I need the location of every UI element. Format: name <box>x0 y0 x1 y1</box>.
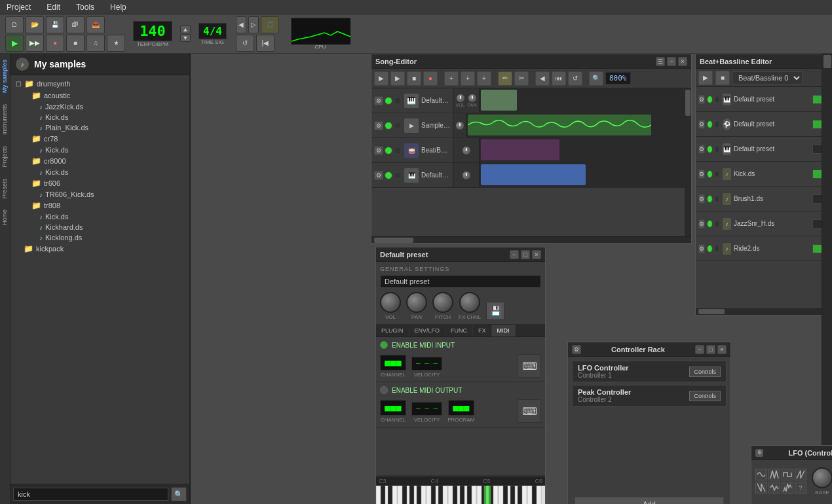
beat-track-settings-3[interactable]: ⚙ <box>698 145 705 154</box>
be-stop[interactable]: ■ <box>715 71 730 85</box>
track-settings[interactable]: ⚙ <box>374 96 383 105</box>
peak-controls-btn[interactable]: Controls <box>689 391 721 401</box>
list-item[interactable]: ♪ Kick.ds <box>13 145 187 155</box>
tab-plugin[interactable]: PLUGIN <box>376 325 409 336</box>
new-btn[interactable]: 🗋 <box>5 16 24 33</box>
se-add-auto[interactable]: + <box>477 71 491 86</box>
beat-track-settings[interactable]: ⚙ <box>698 95 705 104</box>
enable-midi-output-toggle[interactable] <box>380 386 388 394</box>
saveas-btn[interactable]: 🗊 <box>66 16 85 33</box>
menu-edit[interactable]: Edit <box>44 1 63 13</box>
se-loop[interactable]: ↺ <box>568 71 582 86</box>
tab-fx[interactable]: FX <box>473 325 492 336</box>
track-content-3[interactable] <box>480 138 691 162</box>
track-settings[interactable]: ⚙ <box>374 171 383 180</box>
beat-track-solo[interactable] <box>714 96 720 103</box>
list-item[interactable]: 📁 cr8000 <box>13 155 187 167</box>
master-vol-btn[interactable]: ◀ <box>236 16 246 33</box>
song-editor-scrollbar-v[interactable] <box>685 88 691 236</box>
sample-pattern[interactable] <box>468 115 651 135</box>
track-content-4[interactable] <box>480 163 691 187</box>
track-settings[interactable]: ⚙ <box>374 121 383 130</box>
lfo-shape-saw[interactable] <box>795 469 806 480</box>
rack-minimize[interactable]: − <box>695 345 704 354</box>
se-play[interactable]: ▶ <box>374 71 388 86</box>
menu-tools[interactable]: Tools <box>73 1 97 13</box>
lfo-shape-tri[interactable] <box>768 469 780 480</box>
se-rewind[interactable]: ⏮ <box>552 71 566 86</box>
song-editor-minimize[interactable]: − <box>667 57 676 66</box>
out-program-display[interactable]: ■■■ <box>448 400 474 416</box>
vol-knob-4[interactable] <box>462 171 471 180</box>
track-mute[interactable] <box>385 122 392 130</box>
beat-track-solo-5[interactable] <box>714 195 720 203</box>
add-controller-btn[interactable]: Add <box>575 497 724 504</box>
se-add-bb[interactable]: + <box>444 71 459 86</box>
se-play-pattern[interactable]: ▶ <box>390 71 405 86</box>
pan-knob[interactable] <box>468 94 477 103</box>
default-preset-maximize[interactable]: □ <box>521 250 530 259</box>
rack-maximize[interactable]: □ <box>706 345 715 354</box>
se-add-sample[interactable]: + <box>461 71 475 86</box>
list-item[interactable]: ♪ Kicklong.ds <box>13 232 187 243</box>
menu-project[interactable]: Project <box>4 1 33 13</box>
lfo-shape-custom[interactable] <box>782 482 793 494</box>
enable-midi-input-toggle[interactable] <box>380 341 388 349</box>
record-btn[interactable]: ● <box>46 35 64 52</box>
export-btn[interactable]: 📤 <box>86 16 105 33</box>
tempo-up[interactable]: ▲ <box>180 26 191 33</box>
beat-track-settings-2[interactable]: ⚙ <box>698 120 705 129</box>
midi-keyboard-icon-2[interactable]: ⌨ <box>518 399 541 423</box>
search-button[interactable]: 🔍 <box>171 487 187 501</box>
track-mute[interactable] <box>385 97 392 105</box>
se-erase[interactable]: ✂ <box>514 71 529 86</box>
tab-projects[interactable]: Projects <box>0 140 10 173</box>
lfo-shape-random[interactable] <box>768 482 780 494</box>
song-editor-close[interactable]: × <box>678 57 687 66</box>
track-solo[interactable] <box>394 171 402 179</box>
beat-track-mute-4[interactable] <box>707 170 713 178</box>
loop-btn[interactable]: ↺ <box>236 35 254 52</box>
tab-home[interactable]: Home <box>0 204 10 230</box>
list-item[interactable]: ♪ Kick.ds <box>13 167 187 177</box>
vol-knob-2[interactable] <box>455 121 464 130</box>
se-record[interactable]: ● <box>423 71 438 86</box>
beat-track-settings-4[interactable]: ⚙ <box>698 170 705 179</box>
lfo-base-knob[interactable] <box>812 467 832 488</box>
out-channel-display[interactable]: ■■■ <box>380 400 406 416</box>
list-item[interactable]: ♪ Plain_Kick.ds <box>13 122 187 133</box>
timeline-btn[interactable]: |◀ <box>256 35 274 52</box>
preset-vol-knob[interactable] <box>380 292 401 313</box>
list-item[interactable]: ♪ TR606_Kick.ds <box>13 189 187 200</box>
preset-fx-knob[interactable] <box>459 292 480 313</box>
save-btn[interactable]: 💾 <box>46 16 64 33</box>
vol-knob-3[interactable] <box>462 146 471 155</box>
list-item[interactable]: 📁 cr78 <box>13 133 187 145</box>
beat-track-mute[interactable] <box>707 96 713 103</box>
open-btn[interactable]: 📂 <box>26 16 44 33</box>
vol-knob[interactable] <box>456 94 465 103</box>
beat-track-solo-2[interactable] <box>714 120 720 128</box>
list-item[interactable]: ♪ Kick.ds <box>13 211 187 222</box>
track-solo[interactable] <box>394 147 402 154</box>
tempo-display[interactable]: 140 <box>133 21 172 41</box>
midi-keyboard-icon[interactable]: ⌨ <box>518 354 541 378</box>
beat-track-mute-3[interactable] <box>707 145 713 153</box>
song-editor-scrollbar-h[interactable] <box>371 236 691 243</box>
beat-track-settings-6[interactable]: ⚙ <box>698 219 705 228</box>
tab-instruments[interactable]: Instruments <box>0 98 10 140</box>
stop-btn[interactable]: ■ <box>66 35 85 52</box>
lfo-shape-sq[interactable] <box>782 469 793 480</box>
add-beat-btn[interactable]: ♫ <box>86 35 105 52</box>
menu-help[interactable]: Help <box>107 1 129 13</box>
se-zoom-in[interactable]: 🔍 <box>589 71 603 86</box>
workspace-scrollbar-v[interactable] <box>822 54 832 504</box>
beat-track-mute-7[interactable] <box>707 245 713 253</box>
default-preset-close[interactable]: × <box>532 250 541 259</box>
channel-display[interactable]: ■■■ <box>380 355 406 370</box>
beat-editor-scrollbar-h[interactable] <box>696 308 832 315</box>
beat-preset-select[interactable]: Beat/Bassline 0 <box>732 71 803 84</box>
lfo-controls-btn[interactable]: Controls <box>689 367 721 377</box>
beat-track-settings-5[interactable]: ⚙ <box>698 194 705 204</box>
track-content-2[interactable] <box>466 113 691 137</box>
